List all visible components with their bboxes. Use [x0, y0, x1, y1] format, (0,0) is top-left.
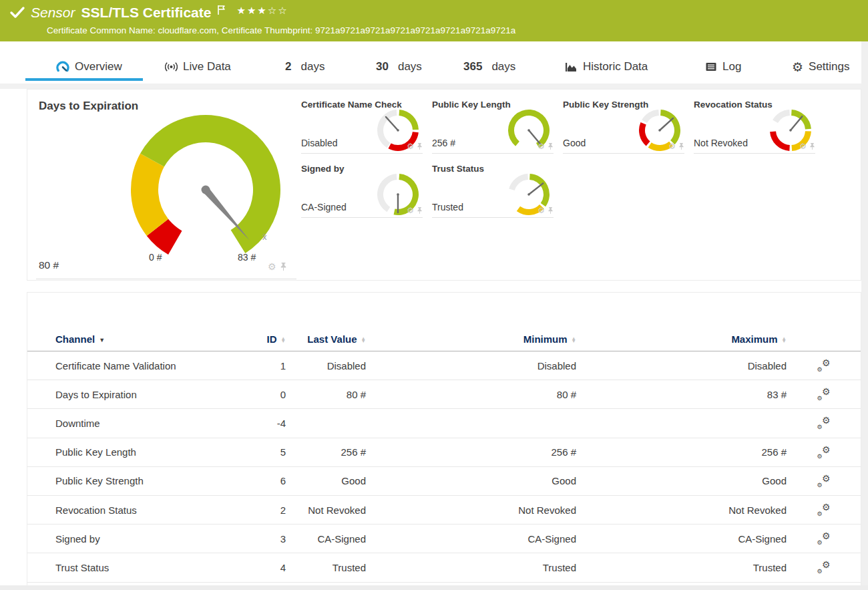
gauge-cell-signed-by: Signed by CA-Signed ⚙ [301, 162, 423, 218]
big-gauge-min-label: 0 # [149, 252, 162, 263]
cell-channel: Trust Status [27, 562, 242, 573]
sort-icon: ▲▼ [782, 337, 787, 343]
gauge-cell-trust-status: Trust Status Trusted ⚙ [432, 162, 554, 218]
tab-live-data[interactable]: Live Data [165, 60, 231, 73]
column-header-id[interactable]: ID▲▼ [242, 333, 286, 345]
cell-channel: Public Key Length [27, 446, 242, 458]
pin-icon[interactable] [548, 206, 554, 214]
cell-actions: ⚙⚙ [787, 416, 861, 430]
pin-icon[interactable] [548, 142, 554, 150]
cell-id: 0 [242, 389, 286, 400]
cell-id: 6 [242, 475, 286, 486]
channel-settings-gear-icon[interactable]: ⚙ [407, 206, 414, 214]
pin-icon[interactable] [678, 142, 684, 150]
active-tab-indicator [25, 78, 143, 81]
table-row: Revocation Status2Not RevokedNot Revoked… [27, 496, 861, 525]
cell-maximum: Trusted [576, 562, 787, 573]
channel-settings-gears-icon[interactable]: ⚙⚙ [817, 388, 831, 401]
channel-settings-gear-icon[interactable]: ⚙ [268, 262, 276, 271]
cell-maximum: Good [576, 475, 787, 486]
cell-channel: Days to Expiration [27, 389, 242, 400]
gauge-cell-certificate-name-check: Certificate Name Check Disabled ⚙ [301, 98, 423, 154]
cell-channel: Downtime [27, 418, 242, 429]
cell-id: 1 [242, 360, 286, 372]
tab-log[interactable]: Log [705, 60, 741, 73]
table-row: Public Key Strength6GoodGoodGood⚙⚙ [27, 467, 861, 496]
cell-maximum: 256 # [576, 446, 787, 458]
channel-settings-gear-icon[interactable]: ⚙ [668, 142, 676, 150]
pin-icon[interactable] [417, 206, 423, 214]
channel-settings-gears-icon[interactable]: ⚙⚙ [817, 416, 831, 430]
channel-settings-gear-icon[interactable]: ⚙ [537, 206, 545, 214]
cell-id: 2 [242, 504, 286, 516]
cell-id: 5 [242, 446, 286, 458]
priority-stars[interactable]: ★★★☆☆ [236, 5, 288, 17]
column-header-maximum[interactable]: Maximum▲▼ [576, 333, 787, 345]
channel-settings-gear-icon[interactable]: ⚙ [799, 142, 807, 150]
tab-365-days[interactable]: 365days [463, 60, 515, 73]
tab-historic-data[interactable]: Historic Data [564, 60, 648, 73]
sensor-kind-label: Sensor [31, 5, 75, 21]
flag-icon[interactable] [216, 5, 227, 15]
cell-actions: ⚙⚙ [787, 446, 861, 459]
channel-settings-gears-icon[interactable]: ⚙⚙ [817, 446, 831, 459]
channel-settings-gear-icon[interactable]: ⚙ [537, 142, 545, 150]
tab-settings[interactable]: ⚙ Settings [792, 60, 849, 73]
cell-channel: Certificate Name Validation [27, 360, 242, 372]
channel-settings-gears-icon[interactable]: ⚙⚙ [817, 532, 831, 545]
pin-icon[interactable] [417, 142, 423, 150]
cell-maximum: 83 # [576, 389, 787, 400]
gear-icon: ⚙ [792, 61, 803, 73]
table-row: Public Key Length5256 #256 #256 #⚙⚙ [27, 438, 861, 467]
cell-last-value: Not Revoked [286, 504, 366, 516]
cell-minimum: CA-Signed [366, 533, 576, 545]
channel-settings-gear-icon[interactable]: ⚙ [407, 142, 414, 150]
cell-channel: Signed by [27, 533, 242, 545]
cell-maximum: CA-Signed [576, 533, 787, 545]
cell-last-value: 80 # [286, 389, 366, 400]
sensor-header: Sensor SSL/TLS Certificate ★★★☆☆ Certifi… [0, 0, 868, 41]
average-marker: x̄ [262, 232, 267, 242]
cell-id: -4 [242, 418, 286, 429]
tab-overview[interactable]: Overview [56, 60, 122, 73]
cell-channel: Revocation Status [27, 504, 242, 516]
sort-icon: ▲▼ [281, 337, 286, 343]
cell-minimum: Not Revoked [366, 504, 576, 516]
cell-divider [36, 279, 296, 279]
cell-last-value: CA-Signed [286, 533, 366, 545]
pin-icon[interactable] [280, 262, 287, 271]
column-header-minimum[interactable]: Minimum▲▼ [366, 333, 576, 345]
channel-table: Channel▼ ID▲▼ Last Value▲▼ Minimum▲▼ Max… [27, 327, 861, 583]
cell-minimum: 80 # [366, 389, 576, 400]
cell-actions: ⚙⚙ [787, 359, 861, 372]
cell-actions: ⚙⚙ [787, 503, 861, 517]
column-header-channel[interactable]: Channel▼ [27, 333, 242, 345]
page-title: SSL/TLS Certificate [81, 5, 212, 21]
cell-id: 3 [242, 533, 286, 545]
big-gauge-max-label: 83 # [238, 252, 256, 263]
divider-band [0, 84, 868, 89]
pin-icon[interactable] [809, 142, 815, 150]
big-gauge-title: Days to Expiration [39, 100, 138, 113]
cell-id: 4 [242, 562, 286, 573]
table-row: Downtime-4⚙⚙ [27, 409, 861, 438]
column-header-last-value[interactable]: Last Value▲▼ [286, 333, 366, 345]
sort-icon: ▲▼ [572, 337, 576, 343]
cell-minimum: 256 # [366, 446, 576, 458]
channel-settings-gears-icon[interactable]: ⚙⚙ [817, 359, 831, 372]
table-row: Certificate Name Validation1DisabledDisa… [27, 351, 861, 380]
tab-30-days[interactable]: 30days [376, 60, 422, 73]
channel-settings-gears-icon[interactable]: ⚙⚙ [817, 474, 831, 488]
tab-bar: Overview Live Data 2days 30days 365days [0, 41, 868, 84]
sort-icon: ▲▼ [361, 337, 366, 343]
cell-last-value: Trusted [286, 562, 366, 573]
channel-settings-gears-icon[interactable]: ⚙⚙ [817, 561, 831, 574]
log-icon [705, 61, 717, 72]
channel-settings-gears-icon[interactable]: ⚙⚙ [817, 503, 831, 517]
cell-channel: Public Key Strength [27, 475, 242, 486]
days-to-expiration-gauge [126, 110, 286, 270]
cell-actions: ⚙⚙ [787, 474, 861, 488]
tab-2-days[interactable]: 2days [285, 60, 324, 73]
table-row: Signed by3CA-SignedCA-SignedCA-Signed⚙⚙ [27, 525, 861, 553]
channel-table-body: Certificate Name Validation1DisabledDisa… [27, 351, 861, 583]
